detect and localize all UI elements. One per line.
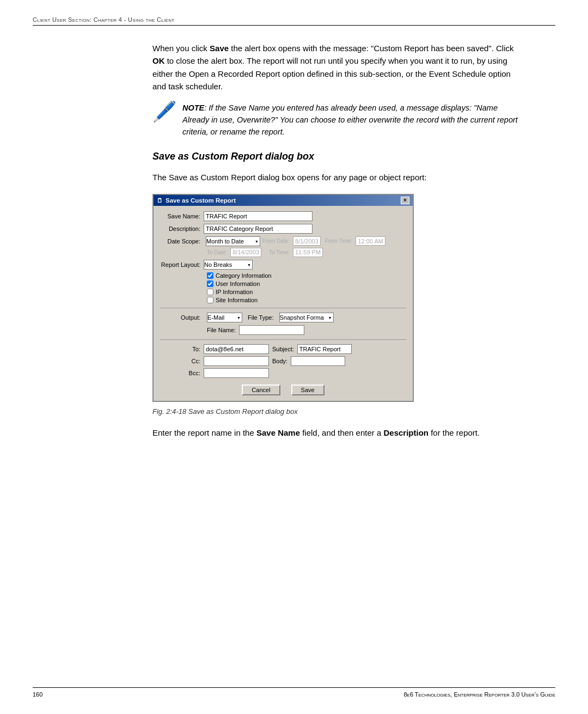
date-scope-select[interactable]: Month to Date Today Yesterday Week to Da…	[206, 236, 260, 246]
section-heading: Save as Custom Report dialog box	[152, 151, 523, 162]
output-select-wrapper[interactable]: E-Mail File FTP	[207, 313, 242, 322]
save-name-input[interactable]	[204, 211, 313, 221]
dialog-box: 🗒 Save as Custom Report × Save Name: Des…	[152, 194, 414, 402]
dialog-titlebar: 🗒 Save as Custom Report ×	[154, 195, 413, 206]
report-layout-select-wrapper[interactable]: No Breaks By Category	[204, 260, 253, 270]
date-scope-label: Date Scope:	[160, 238, 204, 245]
cc-label: Cc:	[160, 358, 204, 364]
site-info-label: Site Information	[216, 297, 258, 303]
file-name-input[interactable]	[239, 325, 304, 335]
section-paragraph: The Save as Custom Report dialog box ope…	[152, 171, 523, 184]
button-row: Cancel Save	[160, 385, 406, 395]
file-type-select-wrapper[interactable]: Snapshot Forma PDF CSV	[279, 313, 334, 322]
user-info-checkbox[interactable]	[207, 280, 213, 287]
bcc-label: Bcc:	[160, 370, 204, 376]
bcc-input[interactable]	[204, 368, 269, 378]
site-info-row: Site Information	[207, 297, 406, 303]
description-row: Description:	[160, 224, 406, 234]
report-layout-select[interactable]: No Breaks By Category	[204, 260, 253, 270]
to-date-label: To Date:	[207, 249, 227, 255]
save-button[interactable]: Save	[291, 385, 324, 395]
bold-ok: OK	[152, 56, 165, 65]
bcc-row: Bcc:	[160, 368, 406, 378]
subject-label: Subject:	[269, 346, 297, 352]
page-header: Client User Section: Chapter 4 - Using t…	[33, 16, 555, 26]
category-info-row: Category Information	[207, 272, 406, 279]
dialog-title: Save as Custom Report	[166, 197, 236, 204]
header-text: Client User Section: Chapter 4 - Using t…	[33, 16, 175, 23]
subject-input[interactable]	[297, 344, 352, 354]
file-type-label: File Type:	[248, 314, 276, 321]
to-row: To: Subject:	[160, 344, 406, 354]
from-date-value: 8/1/2003	[293, 236, 321, 246]
to-date-value: 8/14/2003	[230, 248, 261, 257]
file-name-label: File Name:	[207, 327, 239, 333]
body-label: Body:	[269, 358, 291, 364]
output-row: Output: E-Mail File FTP File Type: Snaps	[160, 313, 406, 322]
category-info-checkbox[interactable]	[207, 272, 213, 279]
file-type-select[interactable]: Snapshot Forma PDF CSV	[279, 313, 334, 322]
to-input[interactable]	[204, 344, 269, 354]
category-info-label: Category Information	[216, 272, 272, 279]
note-icon: 🖊️	[152, 100, 177, 123]
file-name-row: File Name:	[207, 325, 406, 335]
page-number: 160	[33, 691, 42, 698]
footer-copyright: 8e6 Technologies, Enterprise Reporter 3.…	[403, 691, 555, 698]
from-time-label: From Time:	[325, 238, 353, 244]
bottom-paragraph: Enter the report name in the Save Name f…	[152, 426, 523, 439]
from-date-label: From Date:	[262, 238, 290, 244]
report-layout-row: Report Layout: No Breaks By Category	[160, 260, 406, 270]
cc-input[interactable]	[204, 356, 269, 366]
output-label: Output:	[160, 314, 204, 321]
email-section: To: Subject: Cc: Body:	[160, 344, 406, 378]
save-name-label: Save Name:	[160, 213, 204, 219]
report-layout-label: Report Layout:	[160, 261, 204, 268]
cancel-button[interactable]: Cancel	[242, 385, 280, 395]
user-info-row: User Information	[207, 280, 406, 287]
dialog-titlebar-left: 🗒 Save as Custom Report	[157, 197, 236, 204]
ip-info-label: IP Information	[216, 289, 253, 295]
dialog-title-icon: 🗒	[157, 197, 163, 204]
description-input[interactable]	[204, 224, 313, 234]
to-time-value: 11:59 PM	[293, 248, 323, 257]
to-time-label: To Time:	[269, 249, 290, 255]
separator-2	[160, 339, 406, 340]
dialog-wrapper: 🗒 Save as Custom Report × Save Name: Des…	[152, 194, 523, 402]
dialog-content: Save Name: Description: Date Scope:	[154, 206, 413, 401]
cc-row: Cc: Body:	[160, 356, 406, 366]
to-label: To:	[160, 346, 204, 352]
note-box: 🖊️ NOTE: If the Save Name you entered ha…	[152, 102, 523, 138]
site-info-checkbox[interactable]	[207, 297, 213, 303]
main-content: When you click Save the alert box opens …	[152, 42, 523, 439]
output-select[interactable]: E-Mail File FTP	[207, 313, 242, 322]
bold-save: Save	[210, 44, 229, 53]
description-label: Description:	[160, 225, 204, 232]
ip-info-checkbox[interactable]	[207, 289, 213, 295]
separator-1	[160, 308, 406, 308]
footer: 160 8e6 Technologies, Enterprise Reporte…	[33, 687, 555, 698]
note-text: NOTE: If the Save Name you entered has a…	[182, 102, 523, 138]
body-input[interactable]	[291, 356, 345, 366]
date-scope-row: Date Scope: Month to Date Today Yesterda…	[160, 236, 406, 257]
dialog-close-button[interactable]: ×	[401, 197, 409, 204]
date-scope-select-wrapper[interactable]: Month to Date Today Yesterday Week to Da…	[206, 236, 260, 246]
intro-paragraph: When you click Save the alert box opens …	[152, 42, 523, 93]
ip-info-row: IP Information	[207, 289, 406, 295]
bold-description: Description	[383, 428, 428, 437]
save-name-row: Save Name:	[160, 211, 406, 221]
bold-save-name: Save Name	[256, 428, 300, 437]
note-label: NOTE	[182, 103, 204, 112]
fig-caption: Fig. 2:4-18 Save as Custom Report dialog…	[152, 407, 523, 416]
from-time-value: 12:00 AM	[356, 236, 385, 246]
user-info-label: User Information	[216, 280, 260, 287]
